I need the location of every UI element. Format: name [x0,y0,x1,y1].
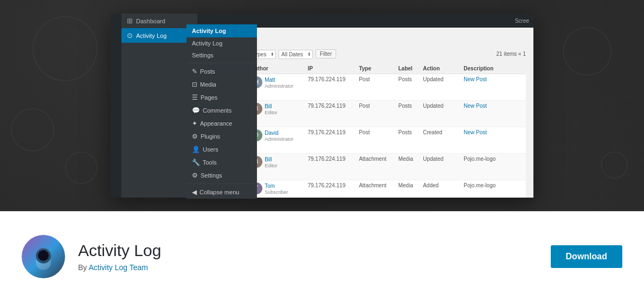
cell-type: Attachment [356,153,395,180]
submenu-item-media[interactable]: ⊡ Media [186,78,257,91]
cell-description: New Post [460,127,526,153]
cell-label: Posts [395,74,420,101]
cell-label: Posts [395,127,420,153]
sidebar-item-dashboard[interactable]: ⊞ Dashboard [121,14,197,28]
cell-description: New Post [460,100,526,127]
plugin-icon [22,235,65,278]
filter-button[interactable]: Filter [315,49,336,58]
plugin-info-section: Activity Log By Activity Log Team Downlo… [0,211,644,301]
author-role: Editor [265,110,278,115]
wp-submenu: Activity Log Activity Log Settings ✎ Pos… [186,24,257,199]
submenu-item-settings-main[interactable]: ⚙ Settings [186,169,257,182]
author-name: Matt [265,76,293,83]
submenu-item-settings[interactable]: Settings [186,49,257,61]
col-ip: IP [305,63,356,74]
author-name: David [265,129,293,136]
submenu-item-posts[interactable]: ✎ Posts [186,65,257,78]
col-description: Description [460,63,526,74]
plugin-author-line: By Activity Log Team [78,263,529,272]
cell-ip: 79.176.224.119 [305,100,356,127]
col-type: Type [356,63,395,74]
topbar-text: Scree [515,18,529,24]
cell-action: Updated [420,153,460,180]
plugins-icon: ⚙ [192,133,198,140]
dates-filter-wrap[interactable]: All Dates [279,49,313,59]
submenu-header: Activity Log [186,24,257,37]
cell-action: Created [420,127,460,153]
cell-type: Post [356,100,395,127]
cell-action: Added [420,180,460,198]
posts-icon: ✎ [192,68,197,75]
author-name: Bill [265,103,278,110]
col-label: Label [395,63,420,74]
wp-admin-mockup: ⊞ Dashboard ⊙ Activity Log Activity Log … [111,14,533,198]
author-role: Subscriber [265,189,288,195]
cell-type: Attachment [356,180,395,198]
author-name: Bill [265,156,278,163]
submenu-item-users[interactable]: 👤 Users [186,143,257,156]
cell-label: Posts [395,100,420,127]
cell-ip: 79.176.224.119 [305,153,356,180]
submenu-item-collapse[interactable]: ◀ Collapse menu [186,186,257,199]
dates-filter[interactable]: All Dates [279,50,313,59]
activity-log-icon: ⊙ [127,31,133,40]
cell-action: Updated [420,74,460,101]
settings-icon: ⚙ [192,172,198,179]
media-icon: ⊡ [192,81,197,88]
download-button[interactable]: Download [551,245,622,268]
cell-ip: 79.176.224.119 [305,180,356,198]
screenshot-preview: ⊞ Dashboard ⊙ Activity Log Activity Log … [0,0,644,211]
sidebar-item-activity-log[interactable]: ⊙ Activity Log [121,28,197,43]
cell-type: Post [356,74,395,101]
cell-label: Media [395,180,420,198]
dashboard-icon: ⊞ [127,17,133,25]
plugin-author-link[interactable]: Activity Log Team [88,263,147,272]
comments-icon: 💬 [192,107,200,114]
cell-description: Pojo.me-logo [460,180,526,198]
author-role: Administrator [265,136,293,142]
cell-label: Media [395,153,420,180]
plugin-info: Activity Log By Activity Log Team [78,241,529,272]
author-role: Editor [265,163,278,168]
submenu-item-appearance[interactable]: ✦ Appearance [186,117,257,130]
col-action: Action [420,63,460,74]
wp-sidebar: ⊞ Dashboard ⊙ Activity Log Activity Log … [111,14,197,198]
cell-description: Pojo.me-logo [460,153,526,180]
by-label: By [78,263,87,272]
collapse-icon: ◀ [192,188,197,196]
cell-description: New Post [460,74,526,101]
cell-ip: 79.176.224.119 [305,127,356,153]
author-name: Tom [265,182,288,189]
submenu-item-tools[interactable]: 🔧 Tools [186,156,257,169]
author-role: Administrator [265,83,293,89]
submenu-item-comments[interactable]: 💬 Comments [186,104,257,117]
submenu-item-pages[interactable]: ☰ Pages [186,91,257,104]
users-icon: 👤 [192,146,200,153]
submenu-item-activity-log[interactable]: Activity Log [186,37,257,49]
items-count: 21 items « 1 [497,51,526,57]
cell-action: Updated [420,100,460,127]
tools-icon: 🔧 [192,159,200,166]
pages-icon: ☰ [192,94,198,101]
submenu-item-plugins[interactable]: ⚙ Plugins [186,130,257,143]
appearance-icon: ✦ [192,120,197,127]
plugin-name: Activity Log [78,241,529,260]
cell-ip: 79.176.224.119 [305,74,356,101]
cell-type: Post [356,127,395,153]
